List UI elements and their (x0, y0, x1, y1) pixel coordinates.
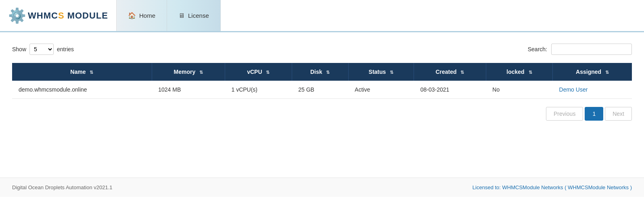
cell-vcpu: 1 vCPU(s) (225, 81, 292, 99)
col-name-label: Name (70, 69, 86, 75)
nav-item-home[interactable]: 🏠 Home (117, 0, 167, 31)
col-vcpu-label: vCPU (247, 69, 262, 75)
nav-home-label: Home (139, 12, 155, 19)
col-created-label: Created (435, 69, 456, 75)
license-icon: 🖥 (178, 12, 185, 19)
search-input[interactable] (551, 44, 632, 55)
logo-text: WHMCS MODULE (28, 10, 108, 21)
sort-icon-disk: ⇅ (326, 70, 330, 75)
cell-name: demo.whmcsmodule.online (12, 81, 152, 99)
col-assigned[interactable]: Assigned ⇅ (553, 63, 632, 81)
brand-logo: ⚙️ WHMCS MODULE (0, 0, 117, 31)
pagination: Previous 1 Next (12, 107, 632, 121)
table-body: demo.whmcsmodule.online 1024 MB 1 vCPU(s… (12, 81, 632, 99)
col-disk-label: Disk (310, 69, 322, 75)
col-assigned-label: Assigned (576, 69, 601, 75)
nav-item-license[interactable]: 🖥 License (167, 0, 221, 31)
logo-icon: ⚙️ (8, 7, 26, 24)
cell-assigned[interactable]: Demo User (553, 81, 632, 99)
col-locked[interactable]: locked ⇅ (486, 63, 552, 81)
home-icon: 🏠 (128, 12, 136, 19)
footer: Digital Ocean Droplets Automation v2021.… (0, 178, 644, 197)
sort-icon-vcpu: ⇅ (266, 70, 270, 75)
navbar: ⚙️ WHMCS MODULE 🏠 Home 🖥 License (0, 0, 644, 32)
sort-icon-created: ⇅ (460, 70, 464, 75)
footer-left: Digital Ocean Droplets Automation v2021.… (12, 184, 113, 190)
nav-license-label: License (188, 12, 209, 19)
show-entries-control: Show 5 10 25 50 100 entries (12, 44, 74, 55)
sort-icon-status: ⇅ (390, 70, 393, 75)
controls-row: Show 5 10 25 50 100 entries Search: (12, 44, 632, 55)
table-header-row: Name ⇅ Memory ⇅ vCPU ⇅ Disk ⇅ Status ⇅ (12, 63, 632, 81)
col-status[interactable]: Status ⇅ (348, 63, 414, 81)
main-content: Show 5 10 25 50 100 entries Search: Name… (0, 32, 644, 178)
cell-memory: 1024 MB (152, 81, 225, 99)
show-label: Show (12, 46, 26, 52)
nav-bar: 🏠 Home 🖥 License (117, 0, 221, 31)
col-memory-label: Memory (174, 69, 196, 75)
col-created[interactable]: Created ⇅ (414, 63, 486, 81)
entries-label: entries (57, 46, 74, 52)
previous-button[interactable]: Previous (546, 107, 583, 121)
sort-icon-memory: ⇅ (199, 70, 203, 75)
next-button[interactable]: Next (605, 107, 632, 121)
col-status-label: Status (369, 69, 386, 75)
cell-locked: No (486, 81, 552, 99)
col-vcpu[interactable]: vCPU ⇅ (225, 63, 292, 81)
table-row: demo.whmcsmodule.online 1024 MB 1 vCPU(s… (12, 81, 632, 99)
table-header: Name ⇅ Memory ⇅ vCPU ⇅ Disk ⇅ Status ⇅ (12, 63, 632, 81)
search-box: Search: (528, 44, 632, 55)
col-name[interactable]: Name ⇅ (12, 63, 152, 81)
cell-created: 08-03-2021 (414, 81, 486, 99)
sort-icon-assigned: ⇅ (605, 70, 609, 75)
cell-disk: 25 GB (292, 81, 348, 99)
sort-icon-locked: ⇅ (529, 70, 532, 75)
search-label: Search: (528, 46, 547, 52)
entries-select[interactable]: 5 10 25 50 100 (29, 44, 54, 55)
cell-status: Active (348, 81, 414, 99)
col-disk[interactable]: Disk ⇅ (292, 63, 348, 81)
col-memory[interactable]: Memory ⇅ (152, 63, 225, 81)
page-1-button[interactable]: 1 (585, 107, 603, 121)
data-table: Name ⇅ Memory ⇅ vCPU ⇅ Disk ⇅ Status ⇅ (12, 63, 632, 99)
sort-icon-name: ⇅ (90, 70, 93, 75)
col-locked-label: locked (506, 69, 524, 75)
footer-right: Licensed to: WHMCSModule Networks ( WHMC… (473, 184, 632, 190)
